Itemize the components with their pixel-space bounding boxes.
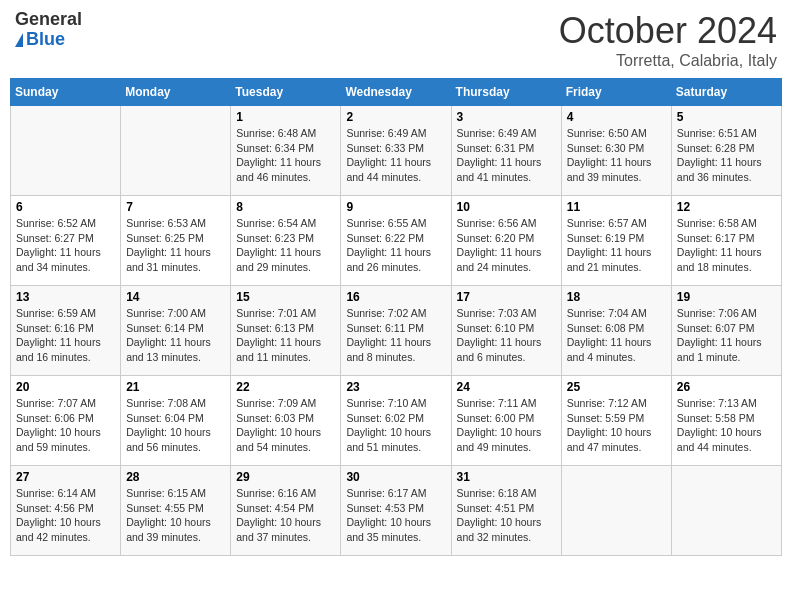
day-number: 7 [126,200,225,214]
calendar-day-cell: 18Sunrise: 7:04 AM Sunset: 6:08 PM Dayli… [561,286,671,376]
calendar-day-cell [561,466,671,556]
day-info: Sunrise: 6:58 AM Sunset: 6:17 PM Dayligh… [677,216,776,275]
logo-triangle-icon [15,33,23,47]
day-info: Sunrise: 6:54 AM Sunset: 6:23 PM Dayligh… [236,216,335,275]
calendar-day-cell: 6Sunrise: 6:52 AM Sunset: 6:27 PM Daylig… [11,196,121,286]
logo-blue-text: Blue [15,30,82,50]
location-subtitle: Torretta, Calabria, Italy [559,52,777,70]
day-number: 2 [346,110,445,124]
day-info: Sunrise: 7:13 AM Sunset: 5:58 PM Dayligh… [677,396,776,455]
calendar-day-cell: 3Sunrise: 6:49 AM Sunset: 6:31 PM Daylig… [451,106,561,196]
day-number: 8 [236,200,335,214]
day-info: Sunrise: 6:49 AM Sunset: 6:33 PM Dayligh… [346,126,445,185]
day-number: 14 [126,290,225,304]
calendar-day-cell: 19Sunrise: 7:06 AM Sunset: 6:07 PM Dayli… [671,286,781,376]
calendar-week-row: 1Sunrise: 6:48 AM Sunset: 6:34 PM Daylig… [11,106,782,196]
day-number: 10 [457,200,556,214]
day-number: 17 [457,290,556,304]
day-number: 26 [677,380,776,394]
day-number: 21 [126,380,225,394]
day-number: 16 [346,290,445,304]
day-info: Sunrise: 6:52 AM Sunset: 6:27 PM Dayligh… [16,216,115,275]
day-number: 28 [126,470,225,484]
day-info: Sunrise: 7:06 AM Sunset: 6:07 PM Dayligh… [677,306,776,365]
day-number: 25 [567,380,666,394]
day-info: Sunrise: 6:56 AM Sunset: 6:20 PM Dayligh… [457,216,556,275]
calendar-day-cell: 10Sunrise: 6:56 AM Sunset: 6:20 PM Dayli… [451,196,561,286]
calendar-day-cell: 17Sunrise: 7:03 AM Sunset: 6:10 PM Dayli… [451,286,561,376]
calendar-header: SundayMondayTuesdayWednesdayThursdayFrid… [11,79,782,106]
calendar-day-cell: 7Sunrise: 6:53 AM Sunset: 6:25 PM Daylig… [121,196,231,286]
calendar-day-cell: 13Sunrise: 6:59 AM Sunset: 6:16 PM Dayli… [11,286,121,376]
calendar-day-cell: 28Sunrise: 6:15 AM Sunset: 4:55 PM Dayli… [121,466,231,556]
title-block: October 2024 Torretta, Calabria, Italy [559,10,777,70]
day-number: 6 [16,200,115,214]
calendar-day-cell: 5Sunrise: 6:51 AM Sunset: 6:28 PM Daylig… [671,106,781,196]
day-number: 1 [236,110,335,124]
calendar-week-row: 6Sunrise: 6:52 AM Sunset: 6:27 PM Daylig… [11,196,782,286]
day-info: Sunrise: 6:14 AM Sunset: 4:56 PM Dayligh… [16,486,115,545]
calendar-day-cell [671,466,781,556]
day-info: Sunrise: 7:00 AM Sunset: 6:14 PM Dayligh… [126,306,225,365]
day-number: 15 [236,290,335,304]
day-info: Sunrise: 7:09 AM Sunset: 6:03 PM Dayligh… [236,396,335,455]
calendar-body: 1Sunrise: 6:48 AM Sunset: 6:34 PM Daylig… [11,106,782,556]
day-info: Sunrise: 7:03 AM Sunset: 6:10 PM Dayligh… [457,306,556,365]
day-number: 4 [567,110,666,124]
page-header: General Blue October 2024 Torretta, Cala… [10,10,782,70]
calendar-day-cell: 15Sunrise: 7:01 AM Sunset: 6:13 PM Dayli… [231,286,341,376]
day-info: Sunrise: 6:53 AM Sunset: 6:25 PM Dayligh… [126,216,225,275]
calendar-day-cell: 24Sunrise: 7:11 AM Sunset: 6:00 PM Dayli… [451,376,561,466]
calendar-day-cell: 9Sunrise: 6:55 AM Sunset: 6:22 PM Daylig… [341,196,451,286]
day-number: 5 [677,110,776,124]
day-info: Sunrise: 7:07 AM Sunset: 6:06 PM Dayligh… [16,396,115,455]
day-of-week-header: Monday [121,79,231,106]
calendar-day-cell [121,106,231,196]
calendar-day-cell: 22Sunrise: 7:09 AM Sunset: 6:03 PM Dayli… [231,376,341,466]
calendar-day-cell: 29Sunrise: 6:16 AM Sunset: 4:54 PM Dayli… [231,466,341,556]
day-info: Sunrise: 6:18 AM Sunset: 4:51 PM Dayligh… [457,486,556,545]
day-of-week-header: Saturday [671,79,781,106]
calendar-day-cell: 20Sunrise: 7:07 AM Sunset: 6:06 PM Dayli… [11,376,121,466]
day-info: Sunrise: 7:11 AM Sunset: 6:00 PM Dayligh… [457,396,556,455]
day-info: Sunrise: 6:50 AM Sunset: 6:30 PM Dayligh… [567,126,666,185]
calendar-day-cell: 27Sunrise: 6:14 AM Sunset: 4:56 PM Dayli… [11,466,121,556]
day-info: Sunrise: 6:48 AM Sunset: 6:34 PM Dayligh… [236,126,335,185]
day-info: Sunrise: 6:16 AM Sunset: 4:54 PM Dayligh… [236,486,335,545]
day-info: Sunrise: 6:57 AM Sunset: 6:19 PM Dayligh… [567,216,666,275]
calendar-day-cell: 25Sunrise: 7:12 AM Sunset: 5:59 PM Dayli… [561,376,671,466]
day-number: 12 [677,200,776,214]
day-number: 9 [346,200,445,214]
day-number: 22 [236,380,335,394]
calendar-day-cell: 30Sunrise: 6:17 AM Sunset: 4:53 PM Dayli… [341,466,451,556]
day-of-week-header: Sunday [11,79,121,106]
day-info: Sunrise: 7:08 AM Sunset: 6:04 PM Dayligh… [126,396,225,455]
day-number: 18 [567,290,666,304]
day-number: 3 [457,110,556,124]
day-number: 24 [457,380,556,394]
calendar-day-cell: 26Sunrise: 7:13 AM Sunset: 5:58 PM Dayli… [671,376,781,466]
logo: General Blue [15,10,82,50]
day-info: Sunrise: 7:04 AM Sunset: 6:08 PM Dayligh… [567,306,666,365]
day-number: 19 [677,290,776,304]
calendar-day-cell: 8Sunrise: 6:54 AM Sunset: 6:23 PM Daylig… [231,196,341,286]
day-info: Sunrise: 7:02 AM Sunset: 6:11 PM Dayligh… [346,306,445,365]
day-of-week-header: Friday [561,79,671,106]
calendar-day-cell: 23Sunrise: 7:10 AM Sunset: 6:02 PM Dayli… [341,376,451,466]
day-info: Sunrise: 7:01 AM Sunset: 6:13 PM Dayligh… [236,306,335,365]
calendar-day-cell: 11Sunrise: 6:57 AM Sunset: 6:19 PM Dayli… [561,196,671,286]
calendar-day-cell: 31Sunrise: 6:18 AM Sunset: 4:51 PM Dayli… [451,466,561,556]
calendar-table: SundayMondayTuesdayWednesdayThursdayFrid… [10,78,782,556]
day-number: 11 [567,200,666,214]
calendar-day-cell: 21Sunrise: 7:08 AM Sunset: 6:04 PM Dayli… [121,376,231,466]
calendar-week-row: 20Sunrise: 7:07 AM Sunset: 6:06 PM Dayli… [11,376,782,466]
day-info: Sunrise: 6:51 AM Sunset: 6:28 PM Dayligh… [677,126,776,185]
day-info: Sunrise: 7:12 AM Sunset: 5:59 PM Dayligh… [567,396,666,455]
day-number: 29 [236,470,335,484]
day-number: 20 [16,380,115,394]
month-title: October 2024 [559,10,777,52]
calendar-week-row: 27Sunrise: 6:14 AM Sunset: 4:56 PM Dayli… [11,466,782,556]
calendar-day-cell: 14Sunrise: 7:00 AM Sunset: 6:14 PM Dayli… [121,286,231,376]
header-row: SundayMondayTuesdayWednesdayThursdayFrid… [11,79,782,106]
day-number: 30 [346,470,445,484]
